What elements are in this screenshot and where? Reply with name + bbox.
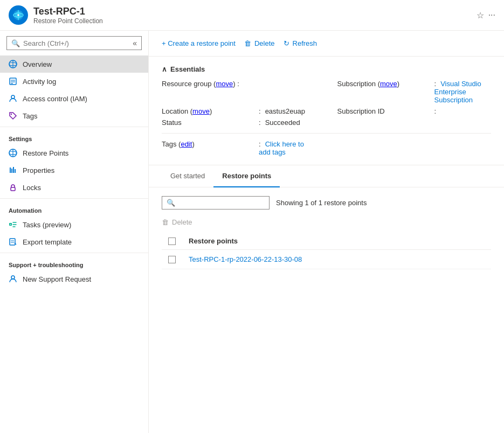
resource-group-value xyxy=(259,80,261,88)
tabs-bar: Get started Restore points xyxy=(149,165,504,187)
svg-point-23 xyxy=(10,224,11,225)
rp-toolbar: 🔍 Showing 1 of 1 restore points xyxy=(162,196,491,209)
sidebar-item-label: Restore Points xyxy=(23,149,68,157)
svg-point-12 xyxy=(11,95,15,99)
tab-restore-points[interactable]: Restore points xyxy=(213,165,280,187)
restore-points-table: Restore points Test-RPC-1-rp-2022-06-22-… xyxy=(162,233,491,269)
tab-get-started[interactable]: Get started xyxy=(162,165,213,187)
refresh-button[interactable]: ↻ Refresh xyxy=(284,37,317,50)
create-restore-point-button[interactable]: + Create a restore point xyxy=(162,37,236,50)
svg-rect-20 xyxy=(15,169,16,173)
delete-button[interactable]: 🗑 Delete xyxy=(244,37,275,50)
settings-section-header: Settings xyxy=(0,129,148,144)
sidebar-item-label: Access control (IAM) xyxy=(23,95,87,103)
location-value: eastus2euap xyxy=(265,107,305,115)
sidebar-item-label: Properties xyxy=(23,166,54,174)
subscription-move-link[interactable]: move xyxy=(380,80,397,88)
rp-search-box[interactable]: 🔍 xyxy=(162,196,270,209)
svg-rect-17 xyxy=(10,167,11,173)
essentials-header[interactable]: ∧ Essentials xyxy=(162,65,491,73)
tasks-icon xyxy=(9,220,17,229)
main-layout: 🔍 « Overview Activity log Access control… xyxy=(0,31,504,433)
essentials-grid: Resource group (move) : Subscription (mo… xyxy=(162,80,491,156)
sidebar-item-export-template[interactable]: Export template xyxy=(0,233,148,250)
tags-icon xyxy=(9,111,17,120)
support-icon xyxy=(9,275,17,283)
resource-group-move-link[interactable]: move xyxy=(216,80,233,88)
sidebar-item-overview[interactable]: Overview xyxy=(0,55,148,73)
resource-group-label: Resource group (move) : xyxy=(162,80,259,88)
sidebar-item-label: New Support Request xyxy=(23,275,91,283)
add-tags-link[interactable]: Click here to add tags xyxy=(259,140,304,156)
favorite-icon[interactable]: ☆ xyxy=(477,10,484,20)
sidebar-item-restore-points[interactable]: Restore Points xyxy=(0,144,148,162)
rp-item-link[interactable]: Test-RPC-1-rp-2022-06-22-13-30-08 xyxy=(189,255,302,263)
rp-delete-button[interactable]: 🗑 Delete xyxy=(162,216,192,228)
essentials-subscription: Subscription (move) :Visual Studio Enter… xyxy=(337,80,492,104)
table-header-checkbox xyxy=(162,233,182,250)
overview-icon xyxy=(9,60,17,68)
essentials-section: ∧ Essentials Resource group (move) : Sub… xyxy=(149,57,504,165)
collapse-icon[interactable]: « xyxy=(133,39,137,47)
svg-rect-18 xyxy=(11,169,12,173)
sidebar-item-tags[interactable]: Tags xyxy=(0,107,148,124)
sidebar: 🔍 « Overview Activity log Access control… xyxy=(0,31,149,433)
tags-edit-link[interactable]: edit xyxy=(181,140,192,148)
restore-points-content: 🔍 Showing 1 of 1 restore points 🗑 Delete xyxy=(149,187,504,278)
sidebar-item-label: Overview xyxy=(23,60,52,68)
rp-count: Showing 1 of 1 restore points xyxy=(276,199,367,207)
table-header-name: Restore points xyxy=(182,233,491,250)
svg-rect-19 xyxy=(13,167,14,173)
sidebar-item-new-support[interactable]: New Support Request xyxy=(0,270,148,288)
locks-icon xyxy=(9,183,17,192)
rp-name-cell: Test-RPC-1-rp-2022-06-22-13-30-08 xyxy=(182,250,491,269)
rp-delete-icon: 🗑 xyxy=(162,218,169,226)
sidebar-item-tasks[interactable]: Tasks (preview) xyxy=(0,216,148,233)
location-label: Location (move) xyxy=(162,107,259,115)
export-template-icon xyxy=(9,238,17,246)
search-input[interactable] xyxy=(23,39,129,47)
sidebar-item-label: Export template xyxy=(23,238,72,246)
header-actions: ☆ ··· xyxy=(477,10,495,20)
sidebar-item-label: Locks xyxy=(23,184,41,192)
status-value: Succeeded xyxy=(265,118,300,127)
more-options-icon[interactable]: ··· xyxy=(488,10,495,20)
essentials-resource-group: Resource group (move) : xyxy=(162,80,316,104)
automation-section-header: Automation xyxy=(0,201,148,216)
resource-subtitle: Restore Point Collection xyxy=(33,17,471,25)
select-all-checkbox[interactable] xyxy=(168,238,176,245)
essentials-tags: Tags (edit) :Click here to add tags xyxy=(162,140,316,156)
subscription-id-label: Subscription ID xyxy=(337,107,434,115)
rp-search-icon: 🔍 xyxy=(167,199,175,207)
svg-rect-21 xyxy=(11,187,15,191)
essentials-location: Location (move) :eastus2euap xyxy=(162,107,316,115)
location-move-link[interactable]: move xyxy=(192,107,210,115)
row-checkbox[interactable] xyxy=(168,256,176,263)
access-control-icon xyxy=(9,94,17,103)
essentials-subscription-id: Subscription ID : xyxy=(337,107,492,115)
search-box[interactable]: 🔍 « xyxy=(6,36,142,50)
svg-point-4 xyxy=(17,14,19,16)
refresh-icon: ↻ xyxy=(284,39,289,47)
sidebar-item-locks[interactable]: Locks xyxy=(0,179,148,196)
sidebar-item-properties[interactable]: Properties xyxy=(0,162,148,179)
sidebar-item-label: Activity log xyxy=(23,78,56,86)
subscription-link[interactable]: Visual Studio Enterprise Subscription xyxy=(434,80,481,104)
main-content: + Create a restore point 🗑 Delete ↻ Refr… xyxy=(149,31,504,433)
essentials-title: Essentials xyxy=(170,65,205,73)
essentials-chevron-icon: ∧ xyxy=(162,65,167,73)
svg-rect-24 xyxy=(10,239,15,245)
subscription-label: Subscription (move) xyxy=(337,80,434,88)
sidebar-item-label: Tasks (preview) xyxy=(23,221,71,229)
resource-title: Test-RPC-1 xyxy=(33,6,471,17)
rp-search-input[interactable] xyxy=(178,199,265,207)
status-label: Status xyxy=(162,118,259,127)
restore-points-icon xyxy=(9,149,17,157)
sidebar-item-access-control[interactable]: Access control (IAM) xyxy=(0,90,148,107)
sidebar-item-label: Tags xyxy=(23,112,37,120)
properties-icon xyxy=(9,166,17,174)
svg-point-13 xyxy=(11,114,12,115)
sidebar-item-activity-log[interactable]: Activity log xyxy=(0,73,148,90)
activity-log-icon xyxy=(9,77,17,86)
essentials-status: Status :Succeeded xyxy=(162,118,316,127)
